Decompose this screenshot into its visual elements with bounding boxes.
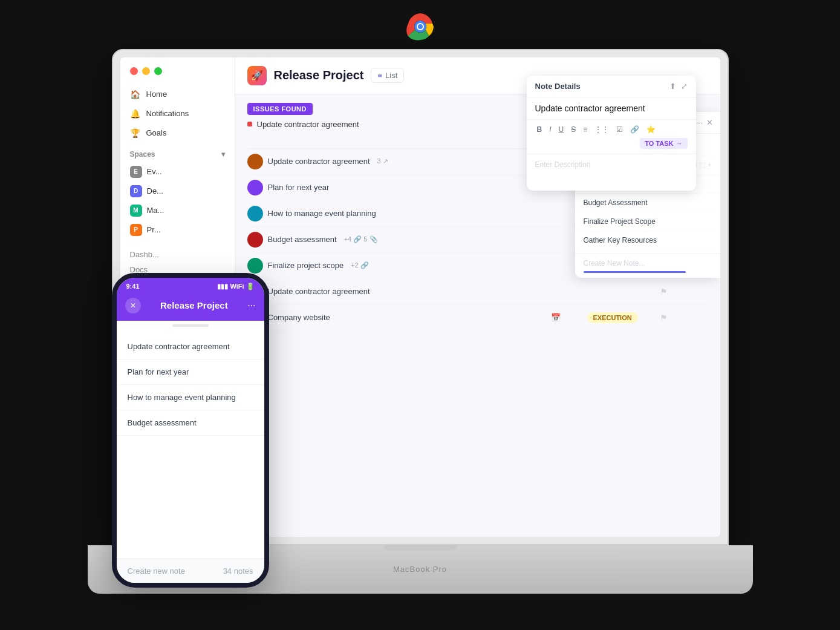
ma-dot: M: [130, 205, 142, 217]
sidebar-item-goals[interactable]: 🏆 Goals: [120, 123, 235, 143]
laptop-container: 🏠 Home 🔔 Notifications 🏆 Goals Spaces ▾: [88, 49, 753, 594]
bell-icon: 🔔: [130, 109, 140, 119]
bullet-list-button[interactable]: ≡: [581, 125, 589, 134]
project-title: Release Project: [274, 68, 364, 82]
phone-signal: ▮▮▮ WiFi 🔋: [217, 283, 254, 290]
note-title[interactable]: Update contractor agreement: [527, 97, 696, 120]
de-dot: D: [130, 185, 142, 197]
avatar-1: [247, 180, 263, 195]
close-button[interactable]: [130, 67, 138, 75]
de-label: De...: [147, 186, 163, 195]
issues-badge: ISSUES FOUND: [247, 103, 313, 115]
laptop-notch: [384, 545, 457, 550]
to-task-button[interactable]: TO TASK →: [640, 138, 687, 149]
notes-more-icon[interactable]: ···: [696, 118, 703, 127]
note-list-item-5[interactable]: Gather Key Resources: [575, 231, 720, 250]
note-panel-actions: ⬆ ⤢: [669, 82, 688, 91]
task-name-4: Finalize project scope +2 🔗: [247, 258, 551, 274]
note-panel-title: Note Details: [535, 82, 581, 91]
phone-project-title: Release Project: [160, 300, 228, 310]
move-icon[interactable]: ⬚: [699, 161, 705, 169]
list-view-tab[interactable]: ≡ List: [371, 68, 404, 83]
checkbox-button[interactable]: ☑: [614, 125, 625, 134]
notes-footer: Create New Note...: [575, 254, 720, 278]
underline-button[interactable]: U: [557, 125, 566, 134]
note-toolbar: B I U S ≡ ⋮⋮ ☑ 🔗 ⭐ TO TASK →: [527, 120, 696, 154]
sidebar-item-notifications[interactable]: 🔔 Notifications: [120, 104, 235, 123]
list-icon: ≡: [377, 71, 382, 80]
phone-note-item-2[interactable]: How to manage event planning: [117, 385, 264, 410]
numbered-list-button[interactable]: ⋮⋮: [593, 125, 611, 134]
note-panel-header: Note Details ⬆ ⤢: [527, 76, 696, 97]
sidebar-item-ma[interactable]: M Ma...: [120, 201, 235, 220]
home-label: Home: [146, 90, 168, 99]
ev-dot: E: [130, 166, 142, 178]
phone-close-button[interactable]: ✕: [125, 298, 141, 313]
notes-scroll-indicator: [584, 271, 686, 273]
task-name-1: Plan for next year: [247, 180, 551, 195]
bold-button[interactable]: B: [535, 125, 544, 134]
task-date-6: 📅: [551, 313, 587, 322]
battery-icon: 🔋: [246, 283, 255, 290]
sidebar-item-de[interactable]: D De...: [120, 182, 235, 201]
pr-label: Pr...: [147, 225, 161, 234]
signal-icon: ▮▮▮: [217, 283, 228, 290]
notes-panel-actions: ··· ✕: [696, 118, 713, 127]
phone-notes-list: Update contractor agreement Plan for nex…: [117, 330, 264, 439]
minimize-button[interactable]: [142, 67, 150, 75]
avatar-0: [247, 154, 263, 169]
task-name-0: Update contractor agreement 3 ↗: [247, 154, 551, 169]
maximize-button[interactable]: [154, 67, 162, 75]
sidebar-item-dashboard[interactable]: Dashb...: [130, 247, 225, 262]
notes-close-icon[interactable]: ✕: [706, 118, 713, 127]
notifications-label: Notifications: [146, 109, 189, 118]
ma-label: Ma...: [147, 206, 164, 215]
priority-6: ⚑: [660, 313, 708, 323]
note-expand-icon[interactable]: ⤢: [681, 82, 688, 91]
task-name-6: Company website: [247, 310, 551, 326]
create-note-placeholder[interactable]: Create New Note...: [584, 259, 645, 267]
sidebar-item-pr[interactable]: P Pr...: [120, 220, 235, 240]
chrome-logo-icon: [405, 11, 436, 42]
table-row[interactable]: Company website 📅 EXECUTION ⚑: [247, 305, 708, 331]
mobile-phone: 9:41 ▮▮▮ WiFi 🔋 ✕ Release Project ··· Up…: [112, 273, 269, 588]
avatar-2: [247, 206, 263, 221]
project-icon: 🚀: [247, 66, 267, 85]
svg-point-3: [418, 24, 423, 29]
traffic-lights: [120, 67, 235, 85]
home-icon: 🏠: [130, 90, 140, 99]
strikethrough-button[interactable]: S: [569, 125, 578, 134]
create-note-label[interactable]: Create new note: [128, 566, 185, 576]
table-row[interactable]: Update contractor agreement ⚑: [247, 279, 708, 305]
notes-count: 34 notes: [223, 566, 253, 576]
wifi-icon: WiFi: [230, 283, 244, 290]
phone-status-bar: 9:41 ▮▮▮ WiFi 🔋: [117, 278, 264, 293]
col-name: [247, 137, 551, 145]
italic-button[interactable]: I: [547, 125, 553, 134]
ev-label: Ev...: [147, 167, 162, 176]
phone-note-item-3[interactable]: Budget assessment: [117, 410, 264, 436]
list-label: List: [385, 71, 397, 80]
note-description-input[interactable]: Enter Description: [527, 154, 696, 191]
phone-create-note: Create new note 34 notes: [117, 559, 264, 583]
issue-dot-icon: [247, 122, 252, 126]
laptop-model-text: MacBook Pro: [393, 565, 447, 574]
spaces-section: Spaces ▾: [120, 143, 235, 162]
avatar-3: [247, 232, 263, 248]
main-content: 🚀 Release Project ≡ List ISSUES FOUND Up…: [235, 57, 720, 537]
goals-label: Goals: [146, 128, 167, 137]
note-list-item-4[interactable]: Finalize Project Scope: [575, 212, 720, 231]
phone-note-item-1[interactable]: Plan for next year: [117, 359, 264, 385]
phone-menu-button[interactable]: ···: [247, 300, 255, 311]
star-button[interactable]: ⭐: [645, 125, 657, 134]
avatar-4: [247, 258, 263, 274]
chevron-down-icon[interactable]: ▾: [221, 150, 225, 159]
sidebar-item-home[interactable]: 🏠 Home: [120, 85, 235, 104]
sidebar-item-ev[interactable]: E Ev...: [120, 162, 235, 182]
add-icon[interactable]: +: [708, 161, 711, 169]
phone-note-item-0[interactable]: Update contractor agreement: [117, 334, 264, 359]
note-list-item-3[interactable]: Budget Assessment: [575, 194, 720, 212]
trophy-icon: 🏆: [130, 128, 140, 138]
note-share-icon[interactable]: ⬆: [669, 82, 676, 91]
link-button[interactable]: 🔗: [628, 125, 641, 134]
